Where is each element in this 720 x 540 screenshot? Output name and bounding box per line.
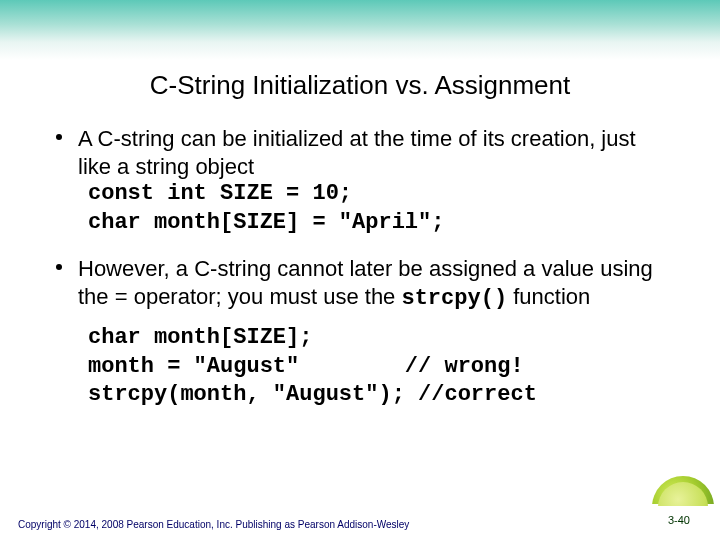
slide-content: C-String Initialization vs. Assignment A… (0, 70, 720, 410)
bullet-2-code: char month[SIZE]; month = "August" // wr… (88, 324, 670, 410)
bullet-1: A C-string can be initialized at the tim… (50, 125, 670, 237)
slide-title: C-String Initialization vs. Assignment (50, 70, 670, 101)
bullet-1-code: const int SIZE = 10; char month[SIZE] = … (88, 180, 670, 237)
header-gradient (0, 0, 720, 60)
bullet-dot-icon (56, 264, 62, 270)
bullet-2-text-part-c: function (507, 284, 590, 309)
bullet-1-text: A C-string can be initialized at the tim… (78, 125, 670, 180)
strcpy-inline: strcpy() (401, 286, 507, 311)
bullet-dot-icon (56, 134, 62, 140)
copyright-footer: Copyright © 2014, 2008 Pearson Education… (18, 519, 409, 530)
lime-icon (652, 476, 714, 538)
bullet-2: However, a C-string cannot later be assi… (50, 255, 670, 410)
bullet-2-text: However, a C-string cannot later be assi… (78, 255, 670, 312)
